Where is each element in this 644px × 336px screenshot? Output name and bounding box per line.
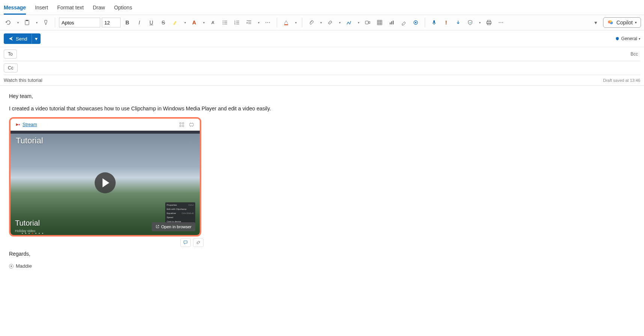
font-color-button[interactable]: A [189,17,199,28]
svg-point-4 [223,22,223,23]
card-expand-icon[interactable] [188,121,195,128]
external-link-icon [155,225,160,229]
to-button[interactable]: To [4,50,17,59]
tab-message[interactable]: Message [4,3,26,15]
format-painter-button[interactable] [41,17,51,28]
bold-button[interactable]: B [122,17,133,28]
video-thumbnail[interactable]: Tutorial PropertiesCtrl+I Edit with Clip… [11,131,200,235]
signature-button[interactable] [344,17,354,28]
poll-button[interactable] [386,17,397,28]
dictate-button[interactable] [429,17,439,28]
loop-button[interactable] [410,17,421,28]
card-grid-icon[interactable] [178,121,186,128]
send-bar: Send ▾ General ▾ [0,30,644,47]
svg-text:3: 3 [234,23,235,25]
card-comment-button[interactable] [180,238,191,247]
sensitivity-button[interactable] [465,17,475,28]
svg-rect-25 [391,21,392,24]
bcc-button[interactable]: Bcc [628,51,640,57]
more-options-button[interactable]: ⋯ [496,17,506,28]
cc-button[interactable]: Cc [4,63,18,72]
svg-point-28 [415,22,416,23]
video-attachment-card: Stream Tutorial PropertiesCtrl+I Edit wi… [9,117,201,237]
recipients-area: To Bcc Cc [0,47,644,75]
play-button[interactable] [95,172,116,193]
svg-rect-24 [390,23,391,24]
tab-draw[interactable]: Draw [93,3,105,15]
svg-point-35 [609,20,612,23]
send-dropdown[interactable]: ▾ [32,33,41,44]
font-name-input[interactable] [59,18,100,27]
video-player-controls [11,232,200,234]
cc-input[interactable] [18,63,640,72]
font-size-input[interactable] [102,18,121,27]
send-icon [8,36,14,41]
highlight-button[interactable] [170,17,181,28]
presence-icon [9,264,14,268]
open-in-browser-button[interactable]: Open in browser [152,222,195,232]
numbered-list-button[interactable]: 123 [232,17,242,28]
body-paragraph-1: I created a video tutorial that showcase… [9,105,635,113]
svg-rect-19 [377,20,382,25]
indent-dropdown[interactable] [256,17,261,28]
highlight-dropdown[interactable] [182,17,187,28]
subject-input[interactable] [4,77,603,83]
compose-tabs: Message Insert Format text Draw Options [0,0,644,15]
more-formatting-button[interactable]: ⋯ [262,17,273,28]
sensitivity-label[interactable]: General ▾ [615,36,640,41]
copilot-label: Copilot [616,20,633,26]
card-link-button[interactable] [193,238,204,247]
tab-insert[interactable]: Insert [35,3,48,15]
svg-rect-26 [393,21,394,24]
paste-button[interactable] [22,17,32,28]
attach-button[interactable] [306,17,317,28]
undo-dropdown[interactable] [15,17,20,28]
svg-point-36 [19,124,20,125]
print-button[interactable] [484,17,494,28]
paste-dropdown[interactable] [34,17,39,28]
attach-dropdown[interactable] [318,17,323,28]
record-video-button[interactable] [362,17,373,28]
ribbon: B I U S A A̸ 123 ⋯ ! [0,15,644,30]
signature-dropdown[interactable] [356,17,361,28]
svg-rect-41 [190,124,194,126]
italic-button[interactable]: I [134,17,145,28]
tab-format-text[interactable]: Format text [57,3,84,15]
undo-button[interactable] [3,17,14,28]
card-floating-actions [180,238,635,247]
importance-high-button[interactable]: ! [441,17,451,28]
send-button[interactable]: Send [4,34,32,44]
underline-button[interactable]: U [146,17,157,28]
strikethrough-button[interactable]: S [158,17,169,28]
send-button-group: Send ▾ [4,33,41,44]
expand-ribbon-button[interactable]: ▾ [594,20,597,26]
svg-rect-37 [180,123,181,124]
tab-options[interactable]: Options [114,3,132,15]
signature-name: Maddie [16,262,32,270]
styles-button[interactable] [281,17,291,28]
link-button[interactable] [325,17,335,28]
indent-button[interactable] [244,17,254,28]
svg-rect-39 [180,125,181,127]
shield-icon [615,36,620,41]
styles-dropdown[interactable] [293,17,298,28]
svg-point-6 [223,24,223,24]
svg-point-2 [223,21,223,21]
sensitivity-dropdown[interactable] [477,17,482,28]
link-dropdown[interactable] [337,17,342,28]
bullet-list-button[interactable] [220,17,230,28]
table-button[interactable] [374,17,385,28]
eraser-button[interactable] [398,17,409,28]
svg-rect-30 [487,20,490,22]
body-regards: Regards, [9,250,635,258]
email-body[interactable]: Hey team, I created a video tutorial tha… [0,86,644,277]
signature-line: Maddie [9,262,635,270]
copilot-button[interactable]: Copilot ▾ [603,17,641,28]
subject-row: Draft saved at 13:46 [0,75,644,86]
stream-link[interactable]: Stream [23,121,37,128]
importance-low-button[interactable] [453,17,463,28]
font-color-dropdown[interactable] [201,17,206,28]
to-input[interactable] [17,50,628,59]
clear-formatting-button[interactable]: A̸ [208,17,218,28]
svg-rect-1 [26,20,28,21]
